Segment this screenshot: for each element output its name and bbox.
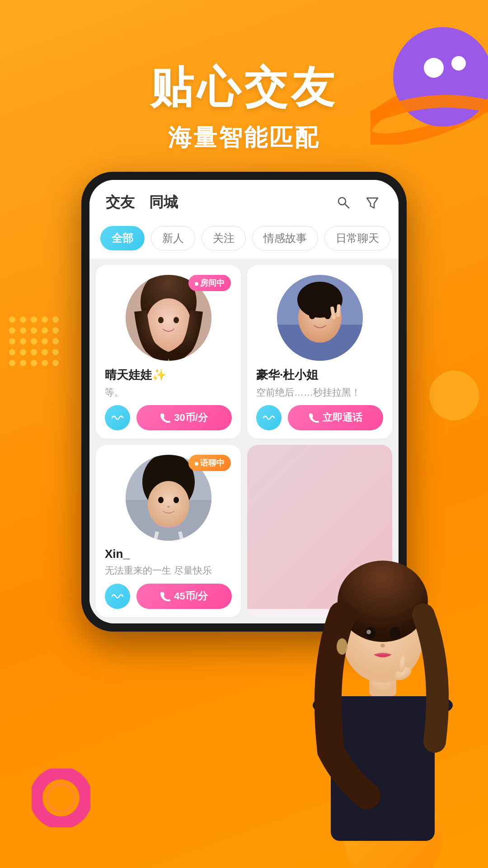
hero-title: 贴心交友 <box>0 59 488 118</box>
card-desc-3: 无法重来的一生 尽量快乐 <box>96 564 241 583</box>
hero-section: 贴心交友 海量智能匹配 <box>0 59 488 154</box>
svg-point-15 <box>297 282 343 318</box>
call-button-3[interactable]: 45币/分 <box>136 584 232 609</box>
call-price-1: 30币/分 <box>174 411 208 425</box>
tab-friend[interactable]: 交友 <box>106 193 135 212</box>
svg-point-10 <box>158 317 164 323</box>
card-name-1: 晴天娃娃✨ <box>96 367 241 386</box>
tab-nearby[interactable]: 同城 <box>149 193 178 212</box>
status-badge-room-1: 房间中 <box>188 275 231 291</box>
card-avatar-2 <box>277 275 363 361</box>
card-desc-1: 等。 <box>96 386 241 405</box>
svg-point-11 <box>174 317 179 323</box>
search-icon[interactable] <box>333 193 353 212</box>
card-avatar-wrap-1: 房间中 <box>96 265 241 367</box>
wave-button-3[interactable] <box>105 584 130 609</box>
svg-point-16 <box>309 312 315 319</box>
svg-line-28 <box>180 532 182 541</box>
svg-marker-6 <box>367 198 378 208</box>
dots-decoration-left <box>9 316 45 407</box>
svg-line-5 <box>345 204 349 208</box>
svg-point-17 <box>324 312 331 319</box>
call-button-1[interactable]: 30币/分 <box>136 405 232 430</box>
call-price-3: 45币/分 <box>174 590 208 603</box>
circle-decoration-right <box>429 371 479 420</box>
card-desc-2: 空前绝后……秒挂拉黑！ <box>247 386 392 405</box>
status-badge-chat-3: 语聊中 <box>188 455 231 471</box>
wave-button-2[interactable] <box>256 405 282 430</box>
wave-button-1[interactable] <box>105 405 130 430</box>
call-button-2[interactable]: 立即通话 <box>288 405 383 430</box>
card-avatar-wrap-2 <box>247 265 392 367</box>
card-actions-2: 立即通话 <box>247 405 392 430</box>
filter-story[interactable]: 情感故事 <box>252 226 318 250</box>
svg-line-27 <box>155 532 157 541</box>
svg-point-42 <box>36 773 86 823</box>
filter-follow[interactable]: 关注 <box>202 226 246 250</box>
filter-all[interactable]: 全部 <box>100 226 145 250</box>
donut-decoration <box>32 769 90 827</box>
svg-point-26 <box>167 506 170 508</box>
call-price-2: 立即通话 <box>323 411 362 425</box>
filter-chat[interactable]: 日常聊天 <box>324 226 390 250</box>
hero-subtitle: 海量智能匹配 <box>0 122 488 154</box>
svg-point-24 <box>158 497 164 503</box>
card-actions-3: 45币/分 <box>96 584 241 609</box>
svg-point-25 <box>174 497 179 503</box>
app-header: 交友 同城 <box>89 180 399 220</box>
svg-point-37 <box>366 630 371 634</box>
card-name-2: 豪华·杜小姐 <box>247 367 392 386</box>
filter-bar: 全部 新人 关注 情感故事 日常聊天 <box>89 220 399 259</box>
svg-point-38 <box>380 644 385 647</box>
user-card-2[interactable]: 豪华·杜小姐 空前绝后……秒挂拉黑！ 立即通话 <box>247 265 392 439</box>
nav-tabs: 交友 同城 <box>106 193 178 212</box>
user-card-3[interactable]: 语聊中 Xin_ 无法重来的一生 尽量快乐 <box>96 445 241 617</box>
svg-point-43 <box>47 784 75 811</box>
user-card-1[interactable]: 房间中 晴天娃娃✨ 等。 <box>96 265 241 439</box>
woman-character <box>286 524 480 841</box>
filter-new[interactable]: 新人 <box>151 226 195 250</box>
filter-icon[interactable] <box>362 193 382 212</box>
card-avatar-wrap-3: 语聊中 <box>96 445 241 547</box>
svg-point-23 <box>148 481 189 528</box>
card-actions-1: 30币/分 <box>96 405 241 430</box>
card-name-3: Xin_ <box>96 547 241 564</box>
svg-point-39 <box>337 638 347 655</box>
header-icons <box>333 193 382 212</box>
svg-point-36 <box>389 627 400 639</box>
